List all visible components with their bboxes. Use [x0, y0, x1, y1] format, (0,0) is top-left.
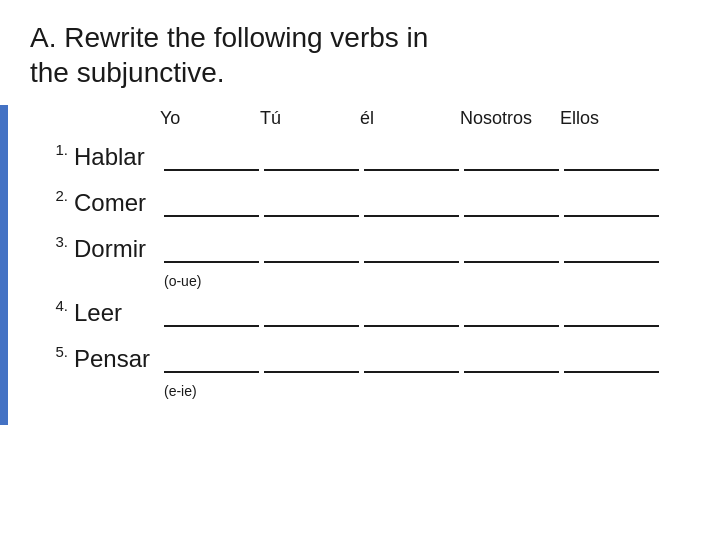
- blank-2-tu[interactable]: [264, 189, 359, 217]
- row-number-1: 1.: [40, 137, 68, 158]
- col-nosotros: Nosotros: [460, 108, 560, 129]
- blank-5-el[interactable]: [364, 345, 459, 373]
- verb-3-note: (o-ue): [40, 273, 690, 289]
- verb-row-5: 5. Pensar: [40, 339, 690, 379]
- blank-4-yo[interactable]: [164, 299, 259, 327]
- blank-3-yo[interactable]: [164, 235, 259, 263]
- blanks-row-1: [164, 143, 664, 171]
- accent-bar: [0, 105, 8, 425]
- blank-2-yo[interactable]: [164, 189, 259, 217]
- row-number-5: 5.: [40, 339, 68, 360]
- blanks-row-5: [164, 345, 664, 373]
- verb-2: Comer: [74, 189, 164, 217]
- blank-4-tu[interactable]: [264, 299, 359, 327]
- verb-3: Dormir: [74, 235, 164, 263]
- verb-group-3: 3. Dormir (o-ue): [40, 229, 690, 289]
- blank-5-tu[interactable]: [264, 345, 359, 373]
- blank-3-ellos[interactable]: [564, 235, 659, 263]
- blanks-row-3: [164, 235, 664, 263]
- column-headers: Yo Tú él Nosotros Ellos: [40, 108, 690, 129]
- blank-5-yo[interactable]: [164, 345, 259, 373]
- blank-2-ellos[interactable]: [564, 189, 659, 217]
- page-title: A. Rewrite the following verbs in the su…: [30, 20, 690, 90]
- blank-5-ellos[interactable]: [564, 345, 659, 373]
- verb-4: Leer: [74, 299, 164, 327]
- blank-1-el[interactable]: [364, 143, 459, 171]
- verb-row-2: 2. Comer: [40, 183, 690, 223]
- verb-group-5: 5. Pensar (e-ie): [40, 339, 690, 399]
- blank-5-nosotros[interactable]: [464, 345, 559, 373]
- blank-1-nosotros[interactable]: [464, 143, 559, 171]
- row-number-3: 3.: [40, 229, 68, 250]
- blank-3-tu[interactable]: [264, 235, 359, 263]
- blank-4-el[interactable]: [364, 299, 459, 327]
- exercise-table: Yo Tú él Nosotros Ellos 1. Hablar 2. Com…: [30, 108, 690, 399]
- blank-3-el[interactable]: [364, 235, 459, 263]
- row-number-2: 2.: [40, 183, 68, 204]
- verb-row-3: 3. Dormir: [40, 229, 690, 269]
- blanks-row-2: [164, 189, 664, 217]
- blanks-row-4: [164, 299, 664, 327]
- blank-1-tu[interactable]: [264, 143, 359, 171]
- verb-row-1: 1. Hablar: [40, 137, 690, 177]
- blank-1-ellos[interactable]: [564, 143, 659, 171]
- blank-2-el[interactable]: [364, 189, 459, 217]
- row-number-4: 4.: [40, 293, 68, 314]
- page: A. Rewrite the following verbs in the su…: [0, 0, 720, 540]
- blank-3-nosotros[interactable]: [464, 235, 559, 263]
- blank-4-nosotros[interactable]: [464, 299, 559, 327]
- col-tu: Tú: [260, 108, 360, 129]
- blank-4-ellos[interactable]: [564, 299, 659, 327]
- blank-2-nosotros[interactable]: [464, 189, 559, 217]
- verb-5: Pensar: [74, 345, 164, 373]
- blank-1-yo[interactable]: [164, 143, 259, 171]
- col-ellos: Ellos: [560, 108, 660, 129]
- col-yo: Yo: [160, 108, 260, 129]
- verb-5-note: (e-ie): [40, 383, 690, 399]
- verb-row-4: 4. Leer: [40, 293, 690, 333]
- col-el: él: [360, 108, 460, 129]
- verb-1: Hablar: [74, 143, 164, 171]
